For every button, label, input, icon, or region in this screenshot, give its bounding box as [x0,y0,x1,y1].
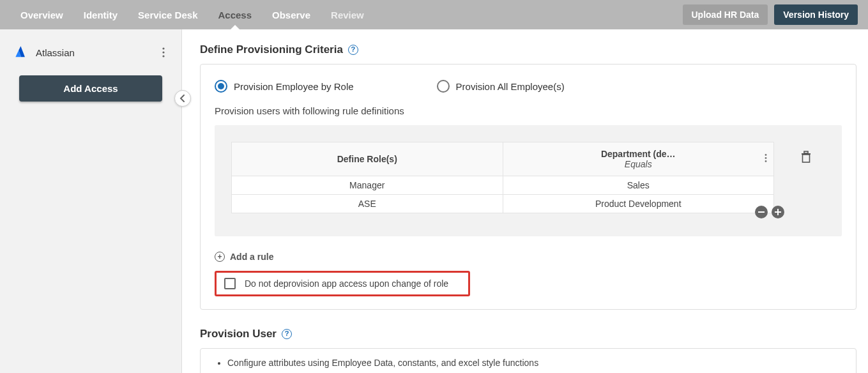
tab-overview[interactable]: Overview [10,0,73,29]
sidebar: Atlassian Add Access [0,29,182,373]
help-icon[interactable]: ? [282,329,292,339]
plus-icon [775,209,781,215]
cell-role[interactable]: ASE [232,195,503,213]
tab-access[interactable]: Access [208,0,262,29]
tab-identity[interactable]: Identity [73,0,128,29]
deprovision-checkbox-label: Do not deprovision app access upon chang… [245,278,448,289]
svg-point-0 [162,47,164,49]
cell-department[interactable]: Sales [503,176,774,195]
help-icon[interactable]: ? [348,45,358,55]
tab-review[interactable]: Review [321,0,374,29]
provision-user-panel: Configure attributes using Employee Data… [200,348,857,373]
column-header-role[interactable]: Define Role(s) [232,142,503,176]
upload-hr-data-button[interactable]: Upload HR Data [683,4,768,25]
main-content: Define Provisioning Criteria ? Provision… [182,29,868,373]
tab-observe[interactable]: Observe [262,0,321,29]
svg-point-4 [765,157,767,159]
radio-label: Provision Employee by Role [234,81,354,92]
svg-rect-7 [804,151,808,153]
radio-unselected-icon [437,80,450,93]
chevron-left-icon [179,95,187,102]
app-row-atlassian[interactable]: Atlassian [0,37,181,68]
rules-table: Define Role(s) Department (de… Equals [231,142,774,213]
provisioning-criteria-panel: Provision Employee by Role Provision All… [200,64,857,310]
cell-role[interactable]: Manager [232,176,503,195]
add-row-button[interactable] [772,206,784,218]
svg-point-2 [162,55,164,57]
table-row: ASE Product Development [232,195,774,213]
svg-rect-11 [775,211,781,213]
trash-icon [800,151,812,164]
topbar: Overview Identity Service Desk Access Ob… [0,0,868,29]
svg-rect-9 [758,211,765,213]
app-name-label: Atlassian [36,47,156,58]
app-menu-kebab-icon[interactable] [156,45,171,60]
atlassian-logo-icon [10,43,28,61]
topbar-actions: Upload HR Data Version History [683,4,858,25]
deprovision-checkbox[interactable] [224,278,236,289]
sidebar-collapse-button[interactable] [174,90,191,107]
rules-subtext: Provision users with following rule defi… [215,105,842,116]
section-title-provision-user: Provision User ? [200,328,857,340]
svg-rect-8 [803,155,810,162]
table-row: Manager Sales [232,176,774,195]
plus-circle-icon: + [215,252,225,262]
remove-row-button[interactable] [755,206,768,218]
provision-user-bullet: Configure attributes using Employee Data… [227,358,843,368]
version-history-button[interactable]: Version History [774,4,858,25]
column-header-department[interactable]: Department (de… Equals [503,142,774,176]
svg-point-5 [765,160,767,162]
section-title-provisioning-criteria: Define Provisioning Criteria ? [200,43,857,56]
radio-selected-icon [215,80,227,93]
cell-department[interactable]: Product Development [503,195,774,213]
minus-icon [758,211,765,213]
add-a-rule-button[interactable]: + Add a rule [215,252,842,262]
radio-provision-by-role[interactable]: Provision Employee by Role [215,80,354,93]
add-access-button[interactable]: Add Access [19,75,162,102]
main-tabs: Overview Identity Service Desk Access Ob… [10,0,374,29]
deprovision-checkbox-highlight: Do not deprovision app access upon chang… [215,271,470,296]
radio-label: Provision All Employee(s) [456,81,565,92]
radio-provision-all[interactable]: Provision All Employee(s) [437,80,565,93]
row-action-buttons [755,206,784,218]
svg-point-3 [765,154,767,156]
svg-point-1 [162,51,164,53]
delete-rule-button[interactable] [800,151,812,165]
add-rule-label: Add a rule [230,252,273,262]
column-menu-kebab-icon[interactable] [765,154,767,165]
rules-box: Define Role(s) Department (de… Equals [215,125,842,236]
tab-service-desk[interactable]: Service Desk [128,0,208,29]
